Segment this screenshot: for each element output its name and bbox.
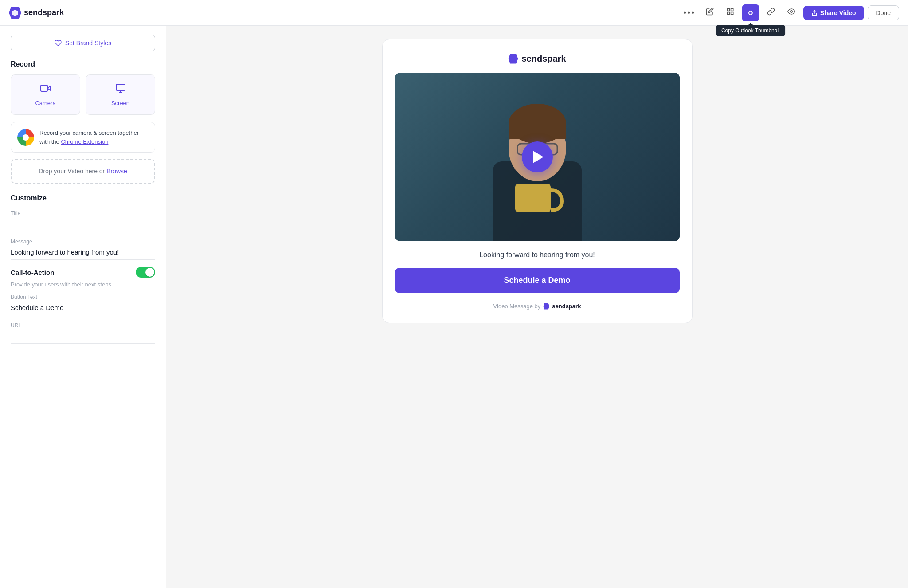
share-video-button[interactable]: Share Video <box>803 6 864 20</box>
message-field: Message <box>11 239 155 260</box>
button-text-field: Button Text <box>11 294 155 315</box>
outlook-button-container: O Copy Outlook Thumbnail <box>742 4 759 21</box>
play-button[interactable] <box>522 141 553 172</box>
gallery-icon <box>726 8 734 18</box>
more-options-button[interactable]: ••• <box>681 4 698 21</box>
outlook-thumbnail-button[interactable]: O <box>742 4 759 21</box>
cta-hint: Provide your users with their next steps… <box>11 281 155 288</box>
preview-message: Looking forward to hearing from you! <box>479 251 595 259</box>
cta-toggle[interactable] <box>136 267 155 278</box>
customize-section-title: Customize <box>11 194 155 202</box>
toggle-thumb <box>145 268 154 277</box>
share-video-label: Share Video <box>820 9 856 16</box>
schedule-demo-button[interactable]: Schedule a Demo <box>395 268 680 293</box>
svg-rect-14 <box>509 122 566 139</box>
powered-by: Video Message by sendspark <box>493 303 581 310</box>
eye-icon <box>787 8 795 18</box>
nav-right: ••• O Copy Outlook Thumbnail <box>681 4 899 21</box>
camera-record-card[interactable]: Camera <box>11 74 80 115</box>
powered-logo-icon <box>543 303 549 310</box>
url-input[interactable] <box>11 330 155 344</box>
logo-icon <box>9 7 21 19</box>
video-thumbnail[interactable] <box>395 73 680 241</box>
url-label: URL <box>11 322 155 329</box>
logo-text: sendspark <box>24 8 64 17</box>
main-layout: Set Brand Styles Record Camera <box>0 26 908 588</box>
camera-icon <box>40 83 51 96</box>
powered-by-text: Video Message by <box>493 303 541 310</box>
edit-button[interactable] <box>701 4 718 21</box>
chrome-extension-card: Record your camera & screen together wit… <box>11 122 155 153</box>
gallery-button[interactable] <box>722 4 739 21</box>
message-input[interactable] <box>11 247 155 260</box>
set-brand-label: Set Brand Styles <box>65 39 111 47</box>
message-label: Message <box>11 239 155 245</box>
svg-marker-0 <box>12 10 18 16</box>
nav-left: sendspark <box>9 7 64 19</box>
right-panel: sendspark <box>166 26 908 588</box>
svg-rect-4 <box>727 12 729 15</box>
preview-logo-text: sendspark <box>521 54 566 64</box>
url-field: URL <box>11 322 155 344</box>
outlook-icon: O <box>748 9 753 16</box>
left-panel: Set Brand Styles Record Camera <box>0 26 166 588</box>
link-button[interactable] <box>763 4 779 21</box>
screen-label: Screen <box>111 100 129 106</box>
link-icon <box>767 8 775 18</box>
powered-logo-brand: sendspark <box>552 303 581 310</box>
svg-rect-7 <box>41 85 47 91</box>
title-field: Title <box>11 210 155 231</box>
svg-rect-2 <box>731 8 733 11</box>
title-label: Title <box>11 210 155 216</box>
svg-rect-1 <box>727 8 729 11</box>
set-brand-button[interactable]: Set Brand Styles <box>11 35 155 51</box>
cta-row: Call-to-Action <box>11 267 155 278</box>
edit-icon <box>706 8 714 18</box>
preview-card: sendspark <box>382 39 693 323</box>
button-text-input[interactable] <box>11 302 155 315</box>
play-triangle-icon <box>533 151 544 163</box>
svg-point-5 <box>791 11 793 13</box>
chrome-ext-text: Record your camera & screen together wit… <box>39 129 149 146</box>
outlook-tooltip: Copy Outlook Thumbnail <box>716 25 785 36</box>
camera-label: Camera <box>35 100 55 106</box>
title-input[interactable] <box>11 218 155 231</box>
preview-button[interactable] <box>783 4 800 21</box>
screen-record-card[interactable]: Screen <box>86 74 155 115</box>
svg-rect-8 <box>116 84 125 90</box>
chrome-extension-link[interactable]: Chrome Extension <box>61 138 108 145</box>
drop-zone[interactable]: Drop your Video here or Browse <box>11 159 155 184</box>
preview-logo-icon <box>508 54 518 64</box>
record-section-title: Record <box>11 60 155 68</box>
cta-label: Call-to-Action <box>11 269 54 276</box>
done-button[interactable]: Done <box>868 5 899 20</box>
screen-icon <box>115 83 126 96</box>
top-nav: sendspark ••• O <box>0 0 908 26</box>
more-icon: ••• <box>683 8 695 18</box>
svg-rect-3 <box>731 12 733 15</box>
chrome-icon <box>17 129 34 146</box>
record-cards: Camera Screen <box>11 74 155 115</box>
svg-rect-18 <box>515 184 551 212</box>
button-text-label: Button Text <box>11 294 155 300</box>
preview-logo: sendspark <box>508 54 566 64</box>
browse-link[interactable]: Browse <box>106 168 127 175</box>
logo: sendspark <box>9 7 64 19</box>
